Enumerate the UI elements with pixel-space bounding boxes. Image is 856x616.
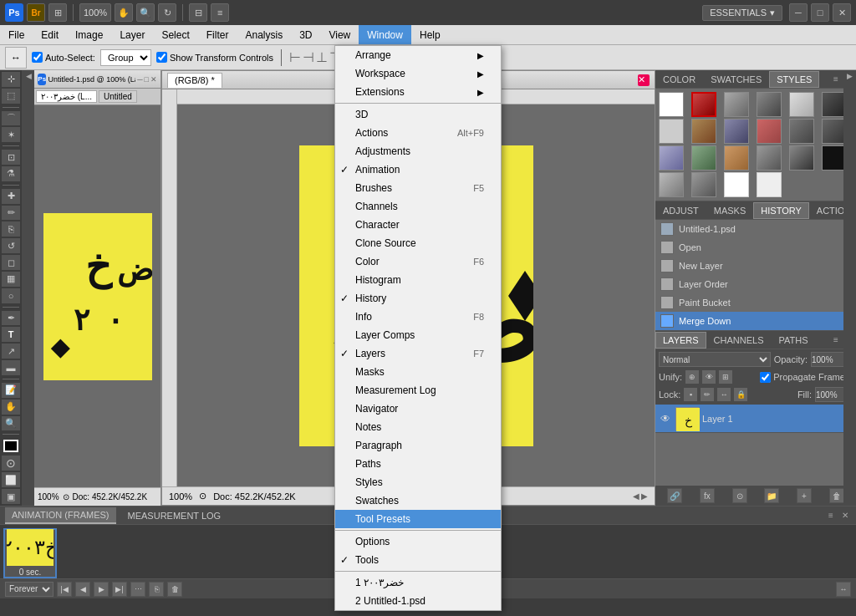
doc-scroll-left[interactable]: ◀	[633, 491, 639, 501]
menu-character[interactable]: Character	[335, 216, 501, 234]
anim-tab-frames[interactable]: ANIMATION (FRAMES)	[5, 507, 116, 524]
menu-workspace[interactable]: Workspace ▶	[335, 64, 501, 83]
anim-convert-btn[interactable]: ↔	[836, 582, 851, 597]
menu-select[interactable]: Select	[153, 25, 197, 44]
anim-close-btn[interactable]: ✕	[839, 510, 851, 522]
anim-frame-1[interactable]: خ٢٠٠٣ 0 sec.	[3, 528, 57, 578]
link-layers-btn[interactable]: 🔗	[667, 488, 682, 503]
menu-help[interactable]: Help	[411, 25, 449, 44]
show-transform-checkbox[interactable]: Show Transform Controls	[156, 52, 273, 63]
menu-paths[interactable]: Paths	[335, 455, 501, 473]
menu-info[interactable]: Info F8	[335, 308, 501, 326]
style-swatch-brown2[interactable]	[724, 145, 749, 171]
menu-notes[interactable]: Notes	[335, 418, 501, 436]
eraser-tool[interactable]: ◻	[2, 255, 20, 270]
history-item-paintbucket[interactable]: Paint Bucket	[655, 293, 856, 312]
layout-icon[interactable]: ⊟	[189, 3, 207, 22]
new-group-btn[interactable]: 📁	[764, 488, 779, 503]
anim-next-frame-btn[interactable]: ▶|	[112, 582, 127, 597]
anim-play-btn[interactable]: ▶	[94, 582, 109, 597]
style-swatch-dark4[interactable]	[789, 145, 814, 171]
zoom-tool-icon[interactable]: 🔍	[136, 3, 155, 22]
anim-tab-log[interactable]: MEASUREMENT LOG	[121, 508, 228, 523]
hand-tool-icon[interactable]: ✋	[115, 3, 133, 22]
selection-tool[interactable]: ⊹	[2, 72, 20, 87]
style-swatch-lightgray[interactable]	[659, 119, 684, 144]
menu-layer[interactable]: Layer	[111, 25, 153, 44]
minimize-button[interactable]: ─	[789, 3, 808, 22]
menu-doc-2[interactable]: 2 Untitled-1.psd	[335, 592, 501, 610]
style-swatch-medium1[interactable]	[659, 172, 684, 197]
mini-close-btn[interactable]: ✕	[150, 75, 157, 84]
history-brush-tool[interactable]: ↺	[2, 238, 20, 253]
menu-tool-presets[interactable]: Tool Presets	[335, 510, 501, 528]
screen-mode-toggle[interactable]: ▣	[2, 489, 20, 504]
history-item-open[interactable]: Open	[655, 238, 856, 257]
layer-item-1[interactable]: 👁 خ Layer 1	[655, 405, 856, 433]
extras-icon[interactable]: ≡	[211, 3, 229, 22]
style-swatch-dark2[interactable]	[789, 119, 814, 144]
anim-del-frame-btn[interactable]: 🗑	[167, 582, 182, 597]
shape-tool[interactable]: ▬	[2, 360, 20, 375]
layer-visibility-toggle[interactable]: 👁	[659, 412, 672, 425]
lasso-tool[interactable]: ⌒	[2, 111, 20, 126]
panel-menu-btn[interactable]: ≡	[830, 74, 842, 85]
style-swatch-blueish[interactable]	[724, 119, 749, 144]
style-swatch-dark3[interactable]	[757, 145, 782, 171]
tab-channels[interactable]: CHANNELS	[706, 332, 772, 349]
brush-tool[interactable]: ✏	[2, 206, 20, 221]
zoom-dropdown[interactable]: 100%	[79, 3, 111, 22]
tab-masks[interactable]: MASKS	[706, 202, 754, 219]
style-swatch-red2[interactable]	[757, 119, 782, 144]
menu-image[interactable]: Image	[67, 25, 111, 44]
menu-window[interactable]: Window	[359, 25, 411, 44]
lock-paint-btn[interactable]: ✏	[701, 388, 714, 401]
menu-tools[interactable]: ✓ Tools	[335, 551, 501, 569]
path-tool[interactable]: ↗	[2, 344, 20, 359]
doc-close-btn[interactable]: ✕	[638, 74, 650, 86]
mini-tab-2[interactable]: Untitled	[99, 90, 137, 103]
style-swatch-red[interactable]	[691, 92, 716, 117]
anim-dup-frame-btn[interactable]: ⎘	[149, 582, 164, 597]
dodge-tool[interactable]: ○	[2, 288, 20, 303]
style-swatch-blue[interactable]	[659, 145, 684, 171]
layer-style-btn[interactable]: fx	[700, 488, 715, 503]
menu-3d[interactable]: 3D	[335, 105, 501, 124]
style-swatch-green[interactable]	[691, 145, 716, 171]
menu-layers[interactable]: ✓ Layers F7	[335, 344, 501, 363]
menu-extensions[interactable]: Extensions ▶	[335, 83, 501, 101]
gradient-tool[interactable]: ▦	[2, 272, 20, 287]
panel-collapse-btn[interactable]: ◀	[24, 72, 33, 80]
loop-mode-select[interactable]: Forever Once 3 Times	[5, 582, 54, 597]
propagate-frame-checkbox[interactable]: Propagate Frame 1	[760, 372, 853, 383]
anim-prev-frame-btn[interactable]: ◀	[75, 582, 90, 597]
tab-layers[interactable]: LAYERS	[655, 332, 706, 349]
bg-bg-mode[interactable]: ⊙	[2, 456, 20, 471]
menu-brushes[interactable]: Brushes F5	[335, 179, 501, 197]
doc-tab-main[interactable]: (RGB/8) *	[167, 73, 222, 88]
restore-button[interactable]: □	[811, 3, 829, 22]
style-swatch-medium2[interactable]	[691, 172, 716, 197]
rotate-tool-icon[interactable]: ↻	[158, 3, 176, 22]
close-button[interactable]: ✕	[833, 3, 851, 22]
tab-paths[interactable]: PATHS	[772, 332, 816, 349]
menu-arrange[interactable]: Arrange ▶	[335, 46, 501, 64]
menu-actions[interactable]: Actions Alt+F9	[335, 124, 501, 142]
mini-restore-btn[interactable]: □	[145, 75, 149, 84]
tab-history[interactable]: HISTORY	[753, 202, 809, 219]
history-item-untitled[interactable]: Untitled-1.psd	[655, 220, 856, 238]
br-button[interactable]: Br	[27, 3, 45, 22]
style-swatch-brown[interactable]	[691, 119, 716, 144]
right-panel-collapse-btn[interactable]: ▶	[847, 72, 853, 80]
menu-animation[interactable]: ✓ Animation	[335, 160, 501, 179]
style-swatch-gray1[interactable]	[724, 92, 749, 117]
crop-tool[interactable]: ⊡	[2, 150, 20, 165]
new-layer-btn[interactable]: +	[797, 488, 812, 503]
menu-paragraph[interactable]: Paragraph	[335, 436, 501, 455]
add-mask-btn[interactable]: ⊙	[732, 488, 747, 503]
lock-move-btn[interactable]: ↔	[717, 388, 731, 401]
bridge-icon[interactable]: ⊞	[48, 3, 67, 22]
magic-wand-tool[interactable]: ✶	[2, 127, 20, 142]
menu-navigator[interactable]: Navigator	[335, 400, 501, 418]
style-swatch-white2[interactable]	[757, 172, 782, 197]
